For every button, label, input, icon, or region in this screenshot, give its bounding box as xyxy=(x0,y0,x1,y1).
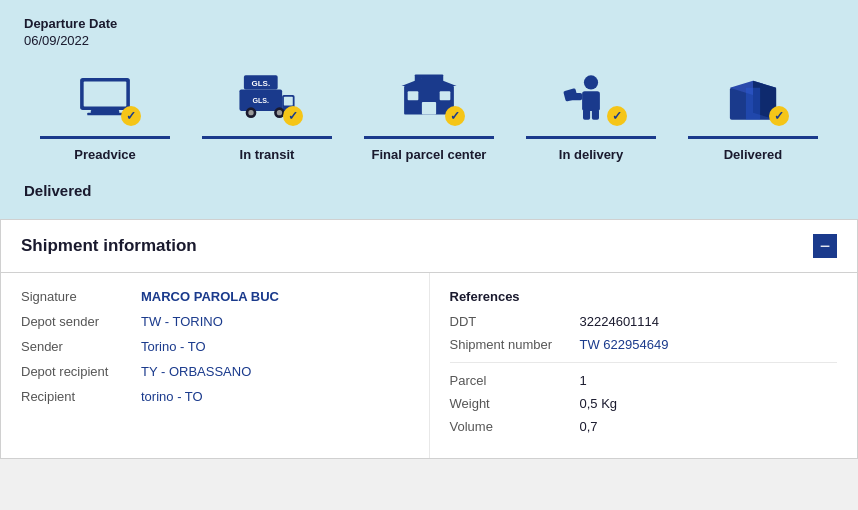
references-title: References xyxy=(450,289,838,304)
svg-text:GLS.: GLS. xyxy=(251,79,270,88)
preadvice-icon-wrapper xyxy=(69,68,141,128)
svg-marker-17 xyxy=(401,75,456,86)
depot-recipient-row: Depot recipient TY - ORBASSANO xyxy=(21,364,409,379)
ddt-label: DDT xyxy=(450,314,580,329)
recipient-label: Recipient xyxy=(21,389,141,404)
sender-label: Sender xyxy=(21,339,141,354)
right-column: References DDT 32224601114 Shipment numb… xyxy=(430,273,858,458)
step-line-preadvice xyxy=(40,136,170,139)
check-badge-in-delivery xyxy=(607,106,627,126)
depot-recipient-value: TY - ORBASSANO xyxy=(141,364,251,379)
svg-point-12 xyxy=(277,110,282,115)
step-final-parcel: GLS. Final parcel center xyxy=(348,68,510,162)
step-in-transit: GLS. GLS. In transit xyxy=(186,68,348,162)
step-line-in-transit xyxy=(202,136,332,139)
svg-rect-19 xyxy=(408,91,419,100)
svg-rect-1 xyxy=(84,82,127,107)
parcel-row: Parcel 1 xyxy=(450,373,838,388)
sender-row: Sender Torino - TO xyxy=(21,339,409,354)
weight-label: Weight xyxy=(450,396,580,411)
step-line-in-delivery xyxy=(526,136,656,139)
check-badge-preadvice xyxy=(121,106,141,126)
svg-rect-26 xyxy=(592,109,599,120)
svg-rect-20 xyxy=(440,91,451,100)
step-label-preadvice: Preadvice xyxy=(74,147,135,162)
depot-recipient-label: Depot recipient xyxy=(21,364,141,379)
depot-sender-row: Depot sender TW - TORINO xyxy=(21,314,409,329)
in-delivery-icon-wrapper xyxy=(555,68,627,128)
departure-value: 06/09/2022 xyxy=(24,33,834,48)
step-label-final-parcel: Final parcel center xyxy=(372,147,487,162)
steps-container: Preadvice GLS. xyxy=(24,68,834,162)
weight-value: 0,5 Kg xyxy=(580,396,618,411)
recipient-value: torino - TO xyxy=(141,389,203,404)
svg-point-21 xyxy=(584,75,598,89)
shipment-info-section: Shipment information − Signature MARCO P… xyxy=(0,219,858,459)
shipment-number-label: Shipment number xyxy=(450,337,580,352)
shipment-title: Shipment information xyxy=(21,236,197,256)
svg-rect-25 xyxy=(583,109,590,120)
delivered-icon-wrapper xyxy=(717,68,789,128)
ddt-row: DDT 32224601114 xyxy=(450,314,838,329)
step-line-final-parcel xyxy=(364,136,494,139)
weight-row: Weight 0,5 Kg xyxy=(450,396,838,411)
depot-sender-label: Depot sender xyxy=(21,314,141,329)
check-badge-final-parcel xyxy=(445,106,465,126)
svg-text:GLS.: GLS. xyxy=(252,97,269,105)
signature-label: Signature xyxy=(21,289,141,304)
step-line-delivered xyxy=(688,136,818,139)
shipment-body: Signature MARCO PAROLA BUC Depot sender … xyxy=(1,273,857,458)
in-transit-icon-wrapper: GLS. GLS. xyxy=(231,68,303,128)
signature-row: Signature MARCO PAROLA BUC xyxy=(21,289,409,304)
parcel-value: 1 xyxy=(580,373,587,388)
volume-row: Volume 0,7 xyxy=(450,419,838,434)
step-label-in-transit: In transit xyxy=(240,147,295,162)
depot-sender-value: TW - TORINO xyxy=(141,314,223,329)
current-status: Delivered xyxy=(24,182,834,199)
svg-point-10 xyxy=(248,110,253,115)
volume-value: 0,7 xyxy=(580,419,598,434)
signature-value: MARCO PAROLA BUC xyxy=(141,289,279,304)
shipment-number-value: TW 622954649 xyxy=(580,337,669,352)
step-preadvice: Preadvice xyxy=(24,68,186,162)
recipient-row: Recipient torino - TO xyxy=(21,389,409,404)
svg-rect-18 xyxy=(422,102,436,114)
tracking-header: Departure Date 06/09/2022 Preadvice xyxy=(0,0,858,219)
volume-label: Volume xyxy=(450,419,580,434)
svg-rect-30 xyxy=(746,88,760,120)
departure-label: Departure Date xyxy=(24,16,834,31)
left-column: Signature MARCO PAROLA BUC Depot sender … xyxy=(1,273,430,458)
shipment-number-row: Shipment number TW 622954649 xyxy=(450,337,838,352)
divider xyxy=(450,362,838,363)
svg-rect-8 xyxy=(284,97,293,106)
check-badge-delivered xyxy=(769,106,789,126)
step-in-delivery: In delivery xyxy=(510,68,672,162)
svg-rect-22 xyxy=(582,91,600,111)
collapse-button[interactable]: − xyxy=(813,234,837,258)
final-parcel-icon-wrapper: GLS. xyxy=(393,68,465,128)
check-badge-in-transit xyxy=(283,106,303,126)
parcel-label: Parcel xyxy=(450,373,580,388)
sender-value: Torino - TO xyxy=(141,339,206,354)
step-delivered: Delivered xyxy=(672,68,834,162)
shipment-header: Shipment information − xyxy=(1,220,857,273)
step-label-delivered: Delivered xyxy=(724,147,783,162)
svg-rect-3 xyxy=(87,113,123,116)
step-label-in-delivery: In delivery xyxy=(559,147,623,162)
ddt-value: 32224601114 xyxy=(580,314,660,329)
